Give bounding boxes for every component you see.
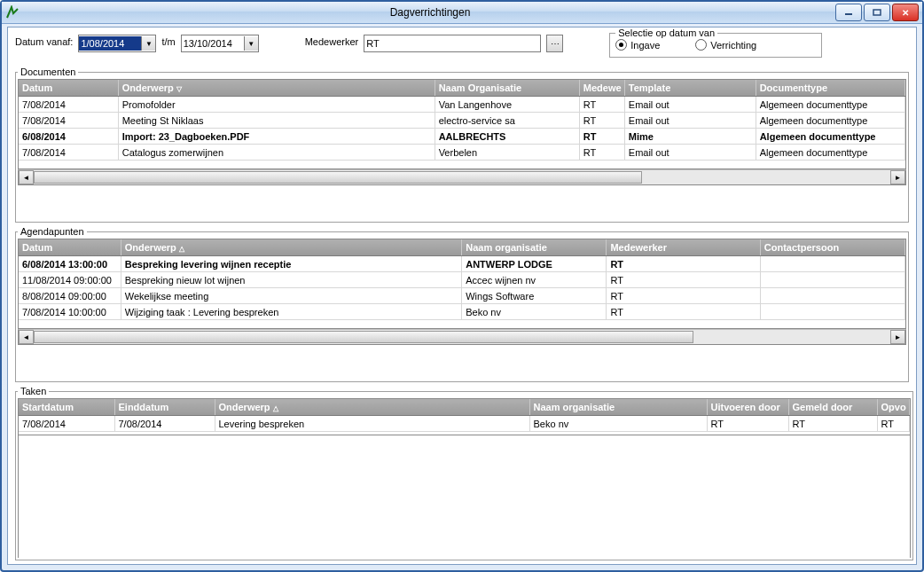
medewerker-lookup-button[interactable]: ⋯ bbox=[546, 35, 563, 52]
column-header[interactable]: Documenttype bbox=[756, 80, 904, 97]
datum-vanaf-input[interactable]: ▼ bbox=[78, 35, 156, 52]
maximize-button[interactable] bbox=[864, 4, 890, 21]
cell[interactable]: Email out bbox=[624, 97, 756, 113]
column-header[interactable]: Naam organisatie bbox=[462, 239, 607, 256]
cell[interactable]: 7/08/2014 bbox=[19, 97, 118, 113]
column-header[interactable]: Gemeld door bbox=[788, 399, 877, 416]
chevron-down-icon[interactable]: ▼ bbox=[244, 36, 258, 51]
scroll-track[interactable] bbox=[34, 331, 890, 343]
medewerker-input[interactable] bbox=[364, 35, 541, 52]
radio-verrichting[interactable]: Verrichting bbox=[695, 39, 756, 51]
table-row[interactable]: 7/08/2014Catalogus zomerwijnenVerbelenRT… bbox=[19, 145, 905, 161]
radio-ingave[interactable]: Ingave bbox=[615, 39, 660, 51]
scroll-right-icon[interactable]: ► bbox=[890, 330, 905, 344]
column-header[interactable]: Medewerker bbox=[607, 239, 760, 256]
datum-tm-input[interactable]: ▼ bbox=[181, 35, 259, 52]
table-row[interactable]: 7/08/2014PromofolderVan LangenhoveRTEmai… bbox=[19, 97, 905, 113]
column-header[interactable]: Datum bbox=[19, 80, 118, 97]
cell[interactable]: 6/08/2014 13:00:00 bbox=[19, 256, 121, 272]
column-header[interactable]: Opvo bbox=[877, 399, 909, 416]
cell[interactable]: Import: 23_Dagboeken.PDF bbox=[118, 129, 435, 145]
cell[interactable]: electro-service sa bbox=[435, 113, 579, 129]
table-row[interactable]: 6/08/2014Import: 23_Dagboeken.PDFAALBREC… bbox=[19, 129, 905, 145]
cell[interactable]: Wings Software bbox=[462, 288, 607, 304]
cell[interactable]: Verbelen bbox=[435, 145, 579, 161]
cell[interactable]: RT bbox=[579, 113, 624, 129]
table-row[interactable]: 7/08/20147/08/2014Levering besprekenBeko… bbox=[19, 416, 909, 432]
cell[interactable]: Algemeen documenttype bbox=[756, 113, 904, 129]
cell[interactable]: RT bbox=[579, 145, 624, 161]
scroll-right-icon[interactable]: ► bbox=[890, 170, 905, 184]
table-row[interactable]: 6/08/2014 13:00:00Bespreking levering wi… bbox=[19, 256, 905, 272]
cell[interactable]: Algemeen documenttype bbox=[756, 97, 904, 113]
column-header[interactable]: Template bbox=[624, 80, 756, 97]
cell[interactable]: RT bbox=[707, 416, 788, 432]
cell[interactable]: AALBRECHTS bbox=[435, 129, 579, 145]
scroll-thumb[interactable] bbox=[34, 331, 693, 343]
column-header[interactable]: Contactpersoon bbox=[760, 239, 904, 256]
column-header[interactable]: Einddatum bbox=[114, 399, 215, 416]
cell[interactable]: Mime bbox=[624, 129, 756, 145]
column-header[interactable]: Naam organisatie bbox=[529, 399, 707, 416]
table-row[interactable]: 7/08/2014 10:00:00Wijziging taak : Lever… bbox=[19, 304, 905, 320]
cell[interactable]: Levering bespreken bbox=[215, 416, 529, 432]
column-header[interactable]: Onderwerp△ bbox=[121, 239, 462, 256]
cell[interactable]: 11/08/2014 09:00:00 bbox=[19, 272, 121, 288]
scroll-left-icon[interactable]: ◄ bbox=[19, 170, 34, 184]
cell[interactable]: Wijziging taak : Levering bespreken bbox=[121, 304, 462, 320]
medewerker-field[interactable] bbox=[364, 36, 540, 51]
cell[interactable]: 7/08/2014 bbox=[19, 145, 118, 161]
cell[interactable]: 7/08/2014 bbox=[114, 416, 215, 432]
column-header[interactable]: Onderwerp△ bbox=[215, 399, 529, 416]
cell[interactable]: Accec wijnen nv bbox=[462, 272, 607, 288]
scroll-left-icon[interactable]: ◄ bbox=[19, 330, 34, 344]
column-header[interactable]: Medewe bbox=[579, 80, 624, 97]
cell[interactable]: RT bbox=[877, 416, 909, 432]
agenda-grid[interactable]: DatumOnderwerp△Naam organisatieMedewerke… bbox=[18, 239, 906, 329]
close-button[interactable]: ✕ bbox=[892, 4, 919, 21]
cell[interactable]: 7/08/2014 10:00:00 bbox=[19, 304, 121, 320]
cell[interactable]: 6/08/2014 bbox=[19, 129, 118, 145]
cell[interactable]: Catalogus zomerwijnen bbox=[118, 145, 435, 161]
taken-grid[interactable]: StartdatumEinddatumOnderwerp△Naam organi… bbox=[18, 398, 911, 435]
table-row[interactable]: 11/08/2014 09:00:00Bespreking nieuw lot … bbox=[19, 272, 905, 288]
datum-vanaf-field[interactable] bbox=[79, 36, 141, 51]
chevron-down-icon[interactable]: ▼ bbox=[141, 36, 155, 51]
cell[interactable]: Bespreking levering wijnen receptie bbox=[121, 256, 462, 272]
table-row[interactable]: 8/08/2014 09:00:00Wekelijkse meetingWing… bbox=[19, 288, 905, 304]
cell[interactable]: RT bbox=[607, 304, 760, 320]
column-header[interactable]: Datum bbox=[19, 239, 121, 256]
datum-tm-field[interactable] bbox=[182, 36, 244, 51]
cell[interactable]: 8/08/2014 09:00:00 bbox=[19, 288, 121, 304]
cell[interactable]: RT bbox=[607, 288, 760, 304]
scroll-track[interactable] bbox=[34, 171, 890, 184]
cell[interactable]: RT bbox=[607, 272, 760, 288]
cell[interactable]: Van Langenhove bbox=[435, 97, 579, 113]
minimize-button[interactable] bbox=[835, 4, 862, 21]
cell[interactable] bbox=[760, 304, 904, 320]
scroll-thumb[interactable] bbox=[34, 171, 642, 184]
cell[interactable]: Wekelijkse meeting bbox=[121, 288, 462, 304]
titlebar[interactable]: Dagverrichtingen ✕ bbox=[2, 2, 922, 24]
cell[interactable]: Algemeen documenttype bbox=[756, 145, 904, 161]
cell[interactable]: Algemeen documenttype bbox=[756, 129, 904, 145]
cell[interactable]: Beko nv bbox=[462, 304, 607, 320]
cell[interactable]: 7/08/2014 bbox=[19, 113, 118, 129]
cell[interactable]: RT bbox=[607, 256, 760, 272]
documenten-grid[interactable]: DatumOnderwerp▽Naam OrganisatieMedeweTem… bbox=[18, 79, 906, 169]
cell[interactable]: Promofolder bbox=[118, 97, 435, 113]
cell[interactable]: Beko nv bbox=[529, 416, 707, 432]
cell[interactable]: Email out bbox=[624, 113, 756, 129]
documenten-hscroll[interactable]: ◄ ► bbox=[18, 169, 906, 185]
cell[interactable]: 7/08/2014 bbox=[19, 416, 114, 432]
cell[interactable] bbox=[760, 288, 904, 304]
column-header[interactable]: Startdatum bbox=[19, 399, 114, 416]
column-header[interactable]: Uitvoeren door bbox=[707, 399, 788, 416]
cell[interactable]: RT bbox=[579, 129, 624, 145]
cell[interactable]: RT bbox=[579, 97, 624, 113]
cell[interactable] bbox=[760, 272, 904, 288]
cell[interactable] bbox=[760, 256, 904, 272]
cell[interactable]: ANTWERP LODGE bbox=[462, 256, 607, 272]
cell[interactable]: RT bbox=[788, 416, 877, 432]
cell[interactable]: Meeting St Niklaas bbox=[118, 113, 435, 129]
